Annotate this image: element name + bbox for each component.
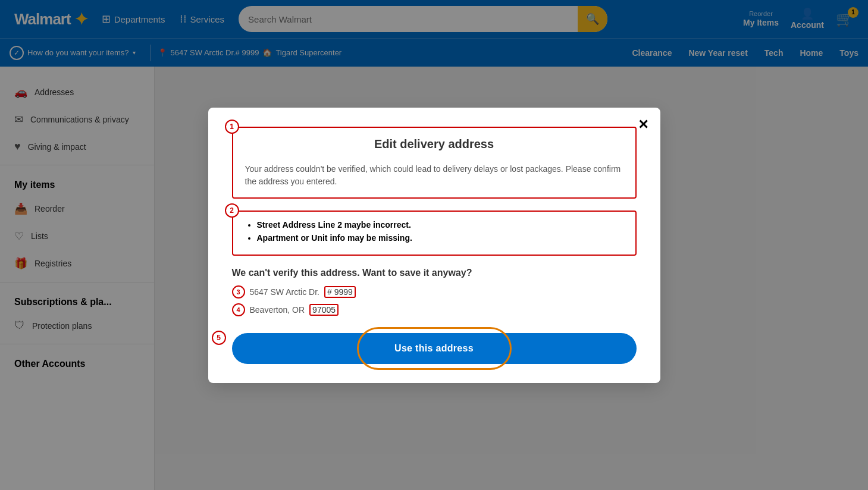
annotation-2: 2 <box>225 203 239 218</box>
modal-close-button[interactable]: ✕ <box>638 118 648 131</box>
modal-overlay[interactable]: ✕ 1 Edit delivery address Your address c… <box>0 0 868 490</box>
modal-title: Edit delivery address <box>245 137 623 151</box>
address-line-1: 3 5647 SW Arctic Dr. # 9999 <box>232 285 637 299</box>
annotation-5: 5 <box>212 331 226 345</box>
annotation-3: 3 <box>232 285 245 299</box>
issues-list: Street Address Line 2 maybe incorrect. A… <box>245 220 623 243</box>
annotation-4: 4 <box>232 303 245 316</box>
address-street-highlighted: # 9999 <box>324 286 356 298</box>
address-zip-highlighted: 97005 <box>309 304 339 316</box>
edit-address-modal: ✕ 1 Edit delivery address Your address c… <box>208 108 660 383</box>
issue-item-1: Street Address Line 2 maybe incorrect. <box>257 220 623 230</box>
annotation-1: 1 <box>225 120 239 134</box>
confirm-question: We can't verify this address. Want to sa… <box>232 268 637 278</box>
verification-warning: Your address couldn't be verified, which… <box>245 163 623 188</box>
address-street-plain: 5647 SW Arctic Dr. <box>250 287 319 297</box>
modal-footer: 5 Use this address <box>232 333 637 364</box>
modal-issues-section: 2 Street Address Line 2 maybe incorrect.… <box>232 211 637 256</box>
address-line-2: 4 Beaverton, OR 97005 <box>232 303 637 316</box>
issue-item-2: Apartment or Unit info may be missing. <box>257 233 623 243</box>
address-city-plain: Beaverton, OR <box>250 305 305 315</box>
modal-header-section: 1 Edit delivery address Your address cou… <box>232 127 637 199</box>
use-address-button[interactable]: Use this address <box>232 333 637 364</box>
